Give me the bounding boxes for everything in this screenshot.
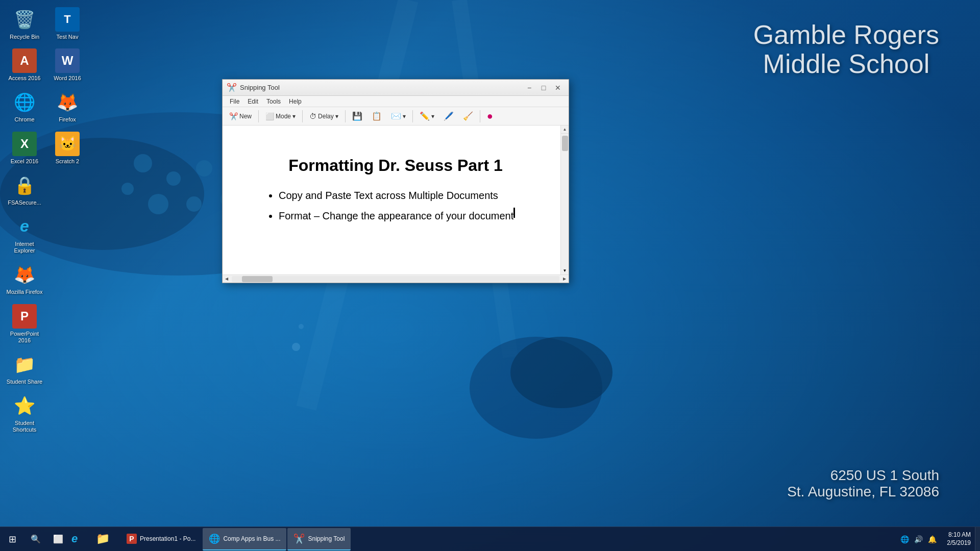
pen-button[interactable]: ✏️ ▾ bbox=[416, 109, 438, 123]
desktop-icon-chrome[interactable]: 🌐 Chrome bbox=[4, 87, 45, 126]
taskbar-ie-item[interactable]: e bbox=[69, 528, 94, 550]
desktop-icon-fsa[interactable]: 🔒 FSASecure... bbox=[4, 170, 45, 209]
scroll-left-btn[interactable]: ◀ bbox=[223, 275, 231, 283]
network-icon[interactable]: 🌐 bbox=[898, 533, 911, 545]
student-shortcuts-label: Student Shortcuts bbox=[6, 420, 43, 433]
menu-edit[interactable]: Edit bbox=[244, 97, 261, 106]
taskbar-snipping-item[interactable]: ✂️ Snipping Tool bbox=[287, 528, 351, 550]
clock-time: 8:10 AM bbox=[947, 531, 971, 539]
toolbar-separator-2 bbox=[302, 110, 303, 122]
close-button[interactable]: ✕ bbox=[551, 83, 565, 93]
scroll-right-btn[interactable]: ▶ bbox=[560, 275, 569, 283]
scroll-down-btn[interactable]: ▼ bbox=[561, 266, 569, 274]
delay-button[interactable]: ⏱ Delay ▾ bbox=[306, 110, 342, 122]
snipping-tool-icon: ✂️ bbox=[227, 83, 237, 92]
desktop-icon-powerpoint[interactable]: P PowerPoint 2016 bbox=[4, 301, 45, 347]
snip-content: Formatting Dr. Seuss Part 1 Copy and Pas… bbox=[233, 136, 558, 248]
toolbar-separator-4 bbox=[412, 110, 413, 122]
school-address: 6250 US 1 South St. Augustine, FL 32086 bbox=[787, 467, 939, 500]
sound-icon[interactable]: 🔊 bbox=[912, 533, 925, 545]
taskbar-powerpoint-item[interactable]: P Presentation1 - Po... bbox=[120, 528, 202, 550]
access-label: Access 2016 bbox=[9, 75, 41, 82]
horizontal-scrollbar[interactable]: ◀ ▶ bbox=[223, 274, 569, 283]
taskbar-powerpoint-label: Presentation1 - Po... bbox=[140, 535, 195, 542]
window-title: Snipping Tool bbox=[240, 84, 280, 91]
email-dropdown-arrow: ▾ bbox=[403, 113, 406, 120]
taskbar-open-items: P Presentation1 - Po... 🌐 Comp Apps in B… bbox=[118, 528, 894, 550]
menu-tools[interactable]: Tools bbox=[263, 97, 284, 106]
marker-button[interactable]: ● bbox=[483, 108, 497, 124]
menu-help[interactable]: Help bbox=[286, 97, 305, 106]
bullet-item-2: Format – Change the appearance of your d… bbox=[279, 208, 513, 224]
eraser-icon: 🧹 bbox=[463, 111, 473, 121]
desktop-icon-test-nav[interactable]: T Test Nav bbox=[47, 4, 88, 43]
recycle-bin-label: Recycle Bin bbox=[10, 34, 39, 40]
save-icon: 💾 bbox=[352, 111, 362, 121]
desktop-icon-excel[interactable]: X Excel 2016 bbox=[4, 129, 45, 168]
new-button[interactable]: ✂️ New bbox=[226, 110, 255, 122]
scratch-icon: 🐱 bbox=[55, 132, 80, 156]
copy-button[interactable]: 📋 bbox=[368, 109, 385, 123]
desktop-icon-firefox[interactable]: 🦊 Firefox bbox=[47, 87, 88, 126]
scroll-up-arrow[interactable]: ▲ bbox=[560, 126, 569, 134]
desktop-icon-recycle-bin[interactable]: 🗑️ Recycle Bin bbox=[4, 4, 45, 43]
svg-point-11 bbox=[292, 343, 300, 351]
fsa-icon: 🔒 bbox=[12, 173, 37, 197]
menu-file[interactable]: File bbox=[227, 97, 242, 106]
content-area: ▲ Formatting Dr. Seuss Part 1 Copy and P… bbox=[223, 126, 569, 274]
recycle-bin-icon: 🗑️ bbox=[12, 7, 37, 32]
text-cursor bbox=[513, 208, 515, 218]
marker-icon: ● bbox=[487, 110, 493, 122]
taskbar-chrome-item[interactable]: 🌐 Comp Apps in Bus ... bbox=[203, 528, 286, 550]
scroll-thumb-h[interactable] bbox=[242, 276, 273, 282]
eraser-button[interactable]: 🧹 bbox=[459, 109, 477, 123]
windows-logo-icon: ⊞ bbox=[9, 534, 16, 545]
email-icon: ✉️ bbox=[391, 111, 401, 121]
svg-point-4 bbox=[166, 171, 181, 186]
mode-icon: ⬜ bbox=[265, 112, 274, 120]
desktop-icon-word[interactable]: W Word 2016 bbox=[47, 45, 88, 85]
show-desktop-button[interactable] bbox=[975, 527, 980, 552]
minimize-button[interactable]: − bbox=[523, 83, 536, 93]
content-scroll[interactable]: Formatting Dr. Seuss Part 1 Copy and Pas… bbox=[223, 126, 569, 274]
scratch-label: Scratch 2 bbox=[56, 158, 79, 165]
svg-point-8 bbox=[186, 196, 202, 212]
svg-point-12 bbox=[299, 324, 304, 329]
system-clock[interactable]: 8:10 AM 2/5/2019 bbox=[943, 531, 975, 547]
start-button[interactable]: ⊞ bbox=[0, 527, 24, 552]
search-icon: 🔍 bbox=[31, 534, 41, 544]
bullet-item-1: Copy and Paste Text across Multiple Docu… bbox=[279, 187, 513, 204]
svg-point-7 bbox=[148, 194, 168, 214]
desktop-icon-student-share[interactable]: 📁 Student Share bbox=[4, 349, 45, 388]
mozilla-label: Mozilla Firefox bbox=[7, 289, 43, 295]
desktop: Gamble Rogers Middle School 6250 US 1 So… bbox=[0, 0, 980, 551]
desktop-icon-mozilla[interactable]: 🦊 Mozilla Firefox bbox=[4, 259, 45, 298]
save-button[interactable]: 💾 bbox=[349, 109, 366, 123]
desktop-icon-student-shortcuts[interactable]: ⭐ Student Shortcuts bbox=[4, 390, 45, 436]
desktop-icon-ie[interactable]: e Internet Explorer bbox=[4, 211, 45, 257]
vertical-scrollbar[interactable]: ▲ ▼ bbox=[560, 126, 569, 274]
mode-button[interactable]: ⬜ Mode ▾ bbox=[262, 110, 299, 122]
maximize-button[interactable]: □ bbox=[537, 83, 550, 93]
search-button[interactable]: 🔍 bbox=[24, 528, 47, 550]
scroll-thumb-vertical[interactable] bbox=[562, 136, 568, 151]
ie-label: Internet Explorer bbox=[6, 241, 43, 254]
svg-point-10 bbox=[121, 183, 134, 195]
taskbar-file-explorer-item[interactable]: 📁 bbox=[94, 528, 118, 550]
firefox-label: Firefox bbox=[59, 116, 76, 123]
task-view-button[interactable]: ⬜ bbox=[47, 528, 69, 550]
desktop-icon-access[interactable]: A Access 2016 bbox=[4, 45, 45, 85]
scroll-track-h bbox=[232, 276, 559, 282]
email-button[interactable]: ✉️ ▾ bbox=[387, 109, 409, 123]
snipping-taskbar-icon: ✂️ bbox=[293, 533, 305, 544]
clock-date: 2/5/2019 bbox=[947, 539, 971, 547]
taskbar-chrome-label: Comp Apps in Bus ... bbox=[223, 535, 280, 542]
fsa-label: FSASecure... bbox=[8, 199, 41, 206]
school-name: Gamble Rogers Middle School bbox=[753, 20, 939, 79]
taskbar-snipping-label: Snipping Tool bbox=[308, 535, 345, 542]
desktop-icon-scratch[interactable]: 🐱 Scratch 2 bbox=[47, 129, 88, 168]
highlight-button[interactable]: 🖊️ bbox=[440, 109, 457, 123]
taskbar: ⊞ 🔍 ⬜ e 📁 P Presentation1 - Po... 🌐 Comp… bbox=[0, 527, 980, 551]
snip-bullets: Copy and Paste Text across Multiple Docu… bbox=[263, 187, 513, 228]
notifications-icon[interactable]: 🔔 bbox=[926, 533, 939, 545]
